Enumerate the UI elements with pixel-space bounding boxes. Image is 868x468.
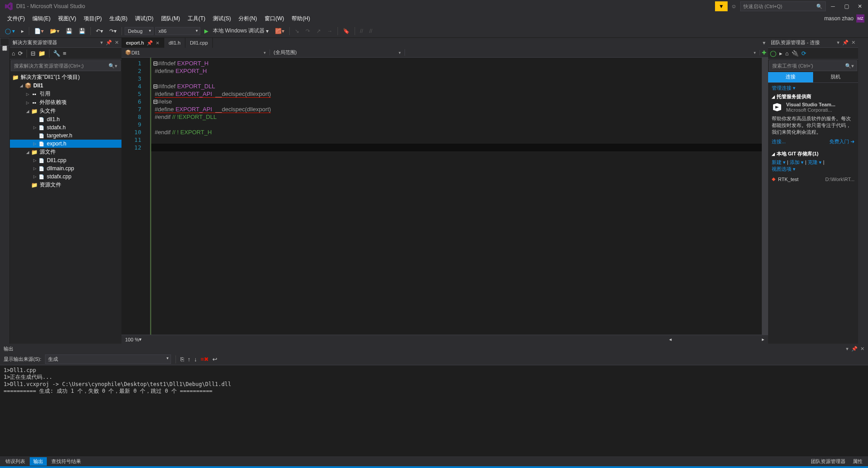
- project-node[interactable]: ◢📦Dll1: [10, 82, 121, 90]
- repo-item[interactable]: ◆ RTK_test D:\Work\RT...: [772, 176, 855, 182]
- menu-view[interactable]: 视图(V): [54, 14, 80, 24]
- tabs-overflow[interactable]: ▾: [760, 38, 768, 48]
- panel-pin-icon[interactable]: 📌: [851, 346, 858, 352]
- panel-dropdown-icon[interactable]: ▾: [846, 346, 849, 352]
- notification-flag-icon[interactable]: ▼: [715, 1, 728, 11]
- code-content[interactable]: ⊟#ifndef EXPORT_H #define EXPORT_H ⊟#ifn…: [150, 58, 762, 335]
- collapse-icon[interactable]: ⊟: [31, 50, 36, 57]
- file-export-h[interactable]: ▷📄export.h: [10, 140, 121, 148]
- home-icon[interactable]: ⌂: [785, 50, 789, 57]
- nav-fwd-button[interactable]: ▸: [19, 27, 26, 36]
- git-new-link[interactable]: 新建 ▾: [772, 159, 786, 165]
- tab-error-list[interactable]: 错误列表: [2, 457, 29, 466]
- menu-edit[interactable]: 编辑(E): [29, 14, 54, 24]
- code-editor[interactable]: 123456789101112 ⊟#ifndef EXPORT_H #defin…: [121, 58, 768, 335]
- panel-pin-icon[interactable]: 📌: [842, 40, 849, 45]
- save-all-button[interactable]: 💾: [76, 27, 88, 36]
- git-clone-link[interactable]: 克隆 ▾: [808, 159, 822, 165]
- new-item-button[interactable]: 📄▾: [32, 27, 46, 36]
- server-explorer-tab[interactable]: 服务器资源管理器: [0, 38, 9, 46]
- refresh-icon[interactable]: ⟳: [801, 50, 806, 57]
- resource-files-node[interactable]: 📁资源文件: [10, 181, 121, 189]
- preview-icon[interactable]: ≡: [63, 50, 67, 57]
- git-add-link[interactable]: 添加 ▾: [790, 159, 804, 165]
- back-icon[interactable]: ◯: [770, 50, 777, 57]
- project-context-select[interactable]: 📦 Dll1: [121, 50, 270, 55]
- view-options-link[interactable]: 视图选项 ▾: [772, 166, 855, 173]
- menu-test[interactable]: 测试(S): [209, 14, 234, 24]
- free-start-link[interactable]: 免费入门 ➜: [829, 138, 855, 145]
- word-wrap-icon[interactable]: ↩: [212, 356, 217, 363]
- file-stdafx-h[interactable]: ▷📄stdafx.h: [10, 123, 121, 132]
- tab-offline[interactable]: 脱机: [813, 72, 858, 82]
- hosted-providers-header[interactable]: ◢托管服务提供商: [772, 93, 855, 100]
- zoom-level[interactable]: 100 %: [125, 337, 139, 342]
- member-select[interactable]: [405, 50, 760, 55]
- menu-debug[interactable]: 调试(D): [131, 14, 157, 24]
- properties-icon[interactable]: 🔧: [53, 50, 60, 57]
- sync-icon[interactable]: ⟳: [18, 50, 23, 57]
- panel-pin-icon[interactable]: 📌: [106, 40, 112, 45]
- connect-link[interactable]: 连接...: [772, 138, 786, 145]
- file-targetver-h[interactable]: 📄targetver.h: [10, 132, 121, 140]
- panel-close-icon[interactable]: ✕: [860, 346, 864, 352]
- file-stdafx-cpp[interactable]: ▷📄stdafx.cpp: [10, 173, 121, 181]
- user-name[interactable]: mason zhao: [824, 15, 854, 22]
- show-all-icon[interactable]: 📁: [38, 50, 45, 57]
- debug-target-button[interactable]: 🧱▾: [273, 27, 287, 36]
- tab-properties[interactable]: 属性: [849, 457, 866, 466]
- pin-icon[interactable]: 📌: [147, 40, 153, 46]
- menu-help[interactable]: 帮助(H): [288, 14, 314, 24]
- h-scroll-left[interactable]: ◂: [669, 336, 672, 342]
- menu-team[interactable]: 团队(M): [157, 14, 184, 24]
- panel-close-icon[interactable]: ✕: [115, 40, 119, 45]
- vertical-scrollbar[interactable]: [762, 58, 768, 335]
- maximize-button[interactable]: ▢: [840, 1, 853, 11]
- minimize-button[interactable]: ─: [827, 1, 839, 11]
- plug-icon[interactable]: 🔌: [792, 50, 799, 57]
- save-button[interactable]: 💾: [63, 27, 75, 36]
- tab-export-h[interactable]: export.h📌✕: [121, 38, 164, 48]
- menu-file[interactable]: 文件(F): [4, 14, 28, 24]
- tab-close-icon[interactable]: ✕: [156, 41, 159, 45]
- scope-select[interactable]: (全局范围): [270, 49, 405, 56]
- local-git-header[interactable]: ◢本地 GIT 存储库(1): [772, 150, 855, 157]
- h-scroll-right[interactable]: ▸: [762, 336, 765, 342]
- nav-back-button[interactable]: ◯ ▾: [3, 27, 17, 36]
- open-button[interactable]: 📂▾: [48, 27, 62, 36]
- manage-connections-link[interactable]: 管理连接 ▾: [772, 85, 855, 91]
- tab-dll1-cpp[interactable]: Dll1.cpp: [185, 38, 213, 48]
- home-icon[interactable]: ⌂: [12, 50, 15, 57]
- references-node[interactable]: ▷▪▪引用: [10, 90, 121, 98]
- tab-output[interactable]: 输出: [30, 457, 47, 466]
- menu-window[interactable]: 窗口(W): [261, 14, 288, 24]
- menu-analyze[interactable]: 分析(N): [235, 14, 261, 24]
- tab-dll1-h[interactable]: dll1.h: [164, 38, 185, 48]
- config-select[interactable]: Debug: [125, 27, 153, 35]
- file-dll1-h[interactable]: 📄dll1.h: [10, 115, 121, 123]
- start-debug-button[interactable]: ▶ 本地 Windows 调试器 ▾: [202, 26, 271, 36]
- feedback-icon[interactable]: ☺: [729, 1, 739, 11]
- solution-node[interactable]: 📁解决方案"Dll1"(1 个项目): [10, 73, 121, 82]
- panel-dropdown-icon[interactable]: ▾: [837, 40, 840, 45]
- tab-find-symbol[interactable]: 查找符号结果: [48, 457, 85, 466]
- redo-button[interactable]: ↷▾: [107, 27, 119, 36]
- close-button[interactable]: ✕: [854, 1, 866, 11]
- output-source-select[interactable]: 生成: [45, 354, 171, 364]
- source-files-node[interactable]: ◢📁源文件: [10, 148, 121, 156]
- panel-dropdown-icon[interactable]: ▾: [100, 40, 103, 45]
- file-dll1-cpp[interactable]: ▷📄Dll1.cpp: [10, 156, 121, 164]
- menu-build[interactable]: 生成(B): [106, 14, 131, 24]
- file-dllmain-cpp[interactable]: ▷📄dllmain.cpp: [10, 164, 121, 173]
- tab-connect[interactable]: 连接: [768, 72, 813, 82]
- split-add-icon[interactable]: ✚: [760, 50, 768, 56]
- user-avatar[interactable]: MZ: [856, 14, 864, 23]
- output-text[interactable]: 1>Dll1.cpp 1>正在生成代码... 1>Dll1.vcxproj ->…: [0, 365, 868, 456]
- solution-search-input[interactable]: 搜索解决方案资源管理器(Ctrl+;) 🔍▾: [11, 60, 121, 71]
- menu-project[interactable]: 项目(P): [80, 14, 105, 24]
- menu-tools[interactable]: 工具(T): [184, 14, 209, 24]
- team-search-input[interactable]: 搜索工作项 (Ctrl+') 🔍▾: [769, 60, 857, 71]
- quick-launch-input[interactable]: 快速启动 (Ctrl+Q) 🔍: [740, 1, 826, 11]
- clear-all-icon[interactable]: ≡✖: [201, 356, 209, 363]
- tab-team-explorer[interactable]: 团队资源管理器: [807, 457, 849, 466]
